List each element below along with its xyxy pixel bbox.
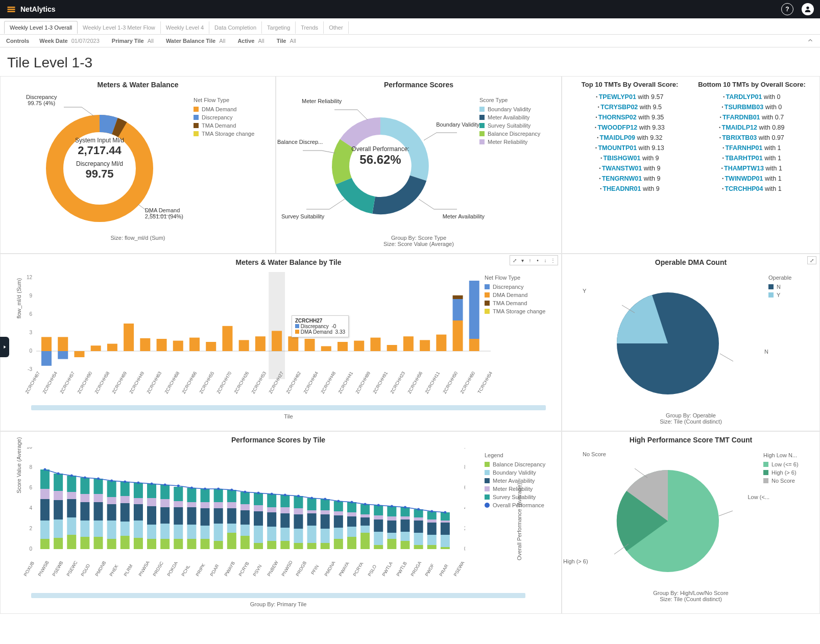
svg-rect-136	[174, 525, 183, 539]
svg-rect-28	[41, 351, 52, 366]
svg-rect-53	[420, 340, 430, 351]
legend-item[interactable]: Meter Reliability	[485, 486, 556, 492]
legend-item[interactable]: Balance Discrepancy	[479, 131, 556, 137]
tab-data-completion[interactable]: Data Completion	[209, 21, 262, 34]
chart-scrollbar[interactable]	[31, 593, 525, 598]
control-primary-tile[interactable]: Primary Tile All	[112, 38, 154, 44]
tab-weekly-level-4[interactable]: Weekly Level 4	[161, 21, 209, 34]
tab-weekly-level-1-3-overall[interactable]: Weekly Level 1-3 Overall	[4, 21, 78, 34]
svg-rect-118	[134, 521, 143, 538]
chart-tooltip: ZCRCHH27 Discrepancy -0 DMA Demand 3.33	[292, 315, 349, 337]
svg-rect-190	[294, 529, 303, 543]
legend-item[interactable]: Low (<= 6)	[763, 461, 814, 467]
svg-rect-82	[54, 519, 63, 538]
help-icon[interactable]: ?	[781, 3, 793, 15]
legend-item[interactable]: Survey Suitability	[479, 122, 556, 129]
tmt-item[interactable]: TARDLYP01 with 0	[693, 93, 810, 101]
legend-item[interactable]: DMA Demand	[485, 292, 556, 298]
tmt-item[interactable]: TWANSTW01 with 9	[571, 165, 688, 172]
maximize-icon[interactable]: ⤢	[807, 256, 816, 264]
legend-item[interactable]: Y	[768, 292, 814, 298]
filter-icon[interactable]: ▾	[519, 257, 526, 264]
user-avatar-icon[interactable]	[802, 3, 814, 15]
pie-chart[interactable]	[594, 457, 737, 580]
legend-item[interactable]: High (> 6)	[763, 469, 814, 476]
chart-scrollbar[interactable]	[31, 405, 546, 410]
legend-item[interactable]: DMA Demand	[194, 106, 270, 112]
sort-mid-icon[interactable]: •	[534, 257, 541, 264]
svg-rect-58	[469, 339, 479, 351]
svg-rect-163	[227, 490, 236, 502]
tab-targeting[interactable]: Targeting	[262, 21, 296, 34]
legend-item[interactable]: Boundary Validity	[479, 106, 556, 112]
svg-rect-167	[240, 510, 250, 525]
svg-rect-187	[280, 495, 290, 507]
legend-item[interactable]: No Score	[763, 478, 814, 484]
legend-item[interactable]: Survey Suitability	[485, 494, 556, 500]
control-week-date[interactable]: Week Date 01/07/2023	[39, 38, 100, 44]
legend-item[interactable]: Balance Discrepancy	[485, 461, 556, 467]
svg-rect-239	[400, 519, 409, 532]
controls-collapse-icon[interactable]	[807, 37, 814, 45]
side-expand-knob[interactable]	[0, 337, 9, 357]
tmt-item[interactable]: TMOUNTP01 with 9.13	[571, 144, 688, 152]
legend-item[interactable]: TMA Storage change	[485, 308, 556, 314]
bar-chart[interactable]: 129630-3	[21, 269, 491, 382]
tmt-item[interactable]: TBISHGW01 with 9	[571, 155, 688, 162]
svg-line-62	[720, 354, 733, 361]
legend-item[interactable]: Boundary Validity	[485, 469, 556, 476]
legend-item[interactable]: Meter Availability	[485, 478, 556, 484]
svg-rect-33	[107, 344, 117, 351]
tmt-item[interactable]: TFARDNB01 with 0.7	[693, 114, 810, 121]
legend-item[interactable]: Meter Reliability	[479, 139, 556, 145]
tmt-item[interactable]: TBARHTP01 with 1	[693, 155, 810, 162]
tab-weekly-level-1-3-meter-flow[interactable]: Weekly Level 1-3 Meter Flow	[78, 21, 161, 34]
tmt-item[interactable]: TPEWLYP01 with 9.57	[571, 93, 688, 101]
svg-line-264	[719, 511, 733, 516]
tab-trends[interactable]: Trends	[296, 21, 324, 34]
tmt-item[interactable]: TWOODFP12 with 9.33	[571, 124, 688, 131]
maximize-icon[interactable]: ⤢	[511, 257, 518, 264]
control-tile[interactable]: Tile All	[277, 38, 296, 44]
svg-text:6: 6	[29, 311, 32, 317]
tmt-item[interactable]: TCRYSBP02 with 9.5	[571, 104, 688, 111]
tmt-item[interactable]: THEADNR01 with 9	[571, 185, 688, 192]
legend-item[interactable]: Overall Performance	[485, 502, 556, 508]
tmt-item[interactable]: TENGRNW01 with 9	[571, 175, 688, 182]
svg-rect-123	[147, 539, 156, 549]
panel-performance-scores: Performance Scores M	[276, 76, 562, 254]
tmt-item[interactable]: TBRIXTB03 with 0.97	[693, 134, 810, 141]
svg-rect-43	[269, 272, 285, 379]
tmt-item[interactable]: TWINWDP01 with 1	[693, 175, 810, 182]
svg-line-10	[357, 110, 368, 120]
tmt-item[interactable]: TMAIDLP12 with 0.89	[693, 124, 810, 131]
svg-rect-115	[120, 482, 130, 496]
sort-up-icon[interactable]: ↑	[526, 257, 534, 264]
panel-meters-water-balance: Meters & Water Balance Discrepancy 99.75…	[0, 76, 276, 254]
legend-item[interactable]: Discrepancy	[194, 114, 270, 120]
legend-item[interactable]: Discrepancy	[485, 284, 556, 290]
tmt-item[interactable]: THAMPTW13 with 1	[693, 165, 810, 172]
control-water-balance-tile[interactable]: Water Balance Tile All	[166, 38, 226, 44]
legend-item[interactable]: Meter Availability	[479, 114, 556, 120]
callout-dma-demand: DMA Demand 2,551.01 (94%)	[145, 207, 183, 219]
tmt-item[interactable]: TFARNHP01 with 1	[693, 144, 810, 152]
svg-rect-93	[80, 537, 89, 549]
tmt-item[interactable]: TSURBMB03 with 0	[693, 104, 810, 111]
tmt-item[interactable]: THORNSP02 with 9.35	[571, 114, 688, 121]
tmt-item[interactable]: TCRCHHP04 with 1	[693, 185, 810, 192]
control-active[interactable]: Active All	[237, 38, 264, 44]
legend-item[interactable]: TMA Demand	[194, 122, 270, 129]
tmt-item[interactable]: TMAIDLP09 with 9.32	[571, 134, 688, 141]
legend-item[interactable]: TMA Demand	[485, 300, 556, 306]
more-icon[interactable]: ⋮	[549, 257, 557, 264]
svg-rect-160	[227, 524, 236, 533]
legend-item[interactable]: TMA Storage change	[194, 131, 270, 137]
svg-rect-41	[239, 340, 249, 351]
tab-other[interactable]: Other	[324, 21, 349, 34]
pie-chart[interactable]	[596, 280, 739, 402]
sort-down-icon[interactable]: ↓	[542, 257, 549, 264]
svg-rect-226	[374, 532, 383, 545]
legend-item[interactable]: N	[768, 284, 814, 290]
stacked-bar-chart[interactable]: 02468100%20%40%60%80%100%	[21, 447, 465, 564]
